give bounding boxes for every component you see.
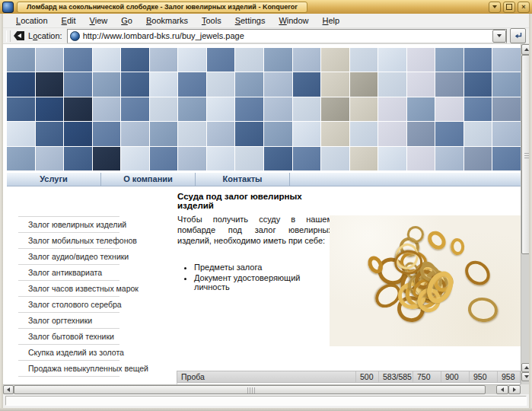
banner-tile <box>321 147 349 170</box>
banner-tile <box>178 122 206 145</box>
banner-tile <box>350 122 378 145</box>
site-nav-item-2[interactable]: Контакты <box>196 173 290 186</box>
close-button[interactable]: × <box>518 2 530 13</box>
gold-ring <box>460 256 495 290</box>
sidebar-menu: Залог ювелирных изделийЗалог мобильных т… <box>18 216 119 377</box>
banner-tile <box>121 122 149 145</box>
clear-location-icon[interactable] <box>14 31 24 40</box>
banner-tile <box>492 48 521 72</box>
banner-tile <box>293 97 321 121</box>
banner-tile <box>207 97 235 121</box>
banner-tile <box>36 48 64 72</box>
menu-item-tools[interactable]: Tools <box>195 14 228 27</box>
banner-tile <box>264 72 292 96</box>
menu-item-go[interactable]: Go <box>114 14 139 27</box>
window-title: Ломбард на сокольнической слободке - Зал… <box>17 2 307 13</box>
gold-rings-photo <box>330 215 521 346</box>
sidebar-item-7[interactable]: Залог бытовой техники <box>18 329 119 345</box>
menu-item-settings[interactable]: Settings <box>228 14 272 27</box>
site-nav: УслугиО компанииКонтакты <box>7 173 521 186</box>
banner-tile <box>64 122 92 145</box>
banner-tile <box>464 147 492 170</box>
banner-tile <box>321 72 349 96</box>
banner-tile <box>378 122 406 145</box>
banner-tile <box>64 97 92 121</box>
banner-tile <box>293 122 321 145</box>
sidebar-item-6[interactable]: Залог оргтехники <box>18 313 119 329</box>
horizontal-scrollbar-thumb[interactable] <box>14 385 486 394</box>
menu-bar: LocationEditViewGoBookmarksToolsSettings… <box>3 14 529 28</box>
maximize-button[interactable] <box>503 2 515 13</box>
minimize-icon <box>492 5 497 8</box>
page-favicon-icon <box>70 31 80 41</box>
menu-item-view[interactable]: View <box>83 14 115 27</box>
banner-tile <box>64 48 92 72</box>
sidebar-item-2[interactable]: Залог аудио/видео техники <box>18 249 119 265</box>
banner-tile <box>264 147 292 170</box>
window-frame-bottom <box>0 408 532 411</box>
banner-tile <box>150 72 178 96</box>
location-dropdown-button[interactable] <box>492 30 506 43</box>
sidebar-item-3[interactable]: Залог антиквариата <box>18 265 119 281</box>
scroll-left-button-right[interactable] <box>496 385 508 394</box>
banner-tile <box>93 147 121 170</box>
konqueror-window: Ломбард на сокольнической слободке - Зал… <box>0 0 532 411</box>
maximize-icon <box>506 4 512 10</box>
chevron-down-icon <box>497 34 502 37</box>
banner-tile <box>207 48 235 72</box>
banner-tile <box>93 72 121 96</box>
location-url[interactable]: http://www.lombard-bks.ru/buy_jewels.pag… <box>83 31 492 40</box>
banner-tile <box>435 97 464 121</box>
banner-tile <box>93 97 121 121</box>
location-input[interactable]: http://www.lombard-bks.ru/buy_jewels.pag… <box>67 29 507 43</box>
menu-item-help[interactable]: Help <box>316 14 347 27</box>
toolbar-handle[interactable] <box>6 30 11 42</box>
site-nav-item-0[interactable]: Услуги <box>7 173 101 186</box>
minimize-button[interactable] <box>489 2 501 13</box>
banner-tile <box>378 72 406 96</box>
sidebar-item-1[interactable]: Залог мобильных телефонов <box>18 233 119 249</box>
window-app-icon[interactable] <box>2 2 14 13</box>
banner-tile <box>350 147 378 170</box>
banner-tile <box>321 48 349 72</box>
menu-item-window[interactable]: Window <box>272 14 315 27</box>
sidebar-item-8[interactable]: Скупка изделий из золота <box>18 345 119 361</box>
scroll-right-button[interactable] <box>508 385 521 394</box>
banner-mosaic <box>7 48 521 170</box>
sidebar-item-5[interactable]: Залог столового серебра <box>18 297 119 313</box>
menu-item-edit[interactable]: Edit <box>55 14 83 27</box>
banner-tile <box>464 97 492 121</box>
banner-tile <box>207 72 235 96</box>
banner-tile <box>350 48 378 72</box>
title-bar[interactable]: Ломбард на сокольнической слободке - Зал… <box>0 0 532 14</box>
horizontal-scrollbar[interactable] <box>3 384 521 394</box>
enter-arrow-icon <box>514 31 523 40</box>
sidebar-item-0[interactable]: Залог ювелирных изделий <box>18 217 119 233</box>
location-label: Location: <box>28 31 62 40</box>
go-button[interactable] <box>510 28 526 43</box>
banner-tile <box>264 48 292 72</box>
banner-tile <box>150 122 178 145</box>
scroll-left-button[interactable] <box>3 385 14 394</box>
site-nav-item-1[interactable]: О компании <box>101 173 196 186</box>
banner-tile <box>93 122 121 145</box>
sidebar-item-9[interactable]: Продажа невыкупленных вещей <box>18 361 119 377</box>
banner-tile <box>150 97 178 121</box>
status-bar <box>3 394 529 408</box>
banner-tile <box>464 122 492 145</box>
gold-ring <box>467 295 500 323</box>
banner-tile <box>178 48 206 72</box>
banner-tile <box>435 147 464 170</box>
menu-item-bookmarks[interactable]: Bookmarks <box>139 14 195 27</box>
table-header-cell-6: 958 <box>498 371 520 382</box>
window-frame-right <box>529 14 532 411</box>
banner-tile <box>235 48 263 72</box>
gold-ring <box>450 237 465 256</box>
banner-tile <box>378 147 406 170</box>
banner-tile <box>321 122 349 145</box>
banner-tile <box>207 122 235 145</box>
menu-item-location[interactable]: Location <box>9 14 55 27</box>
price-table: Проба500583/585750900950958 <box>177 371 521 384</box>
sidebar-item-4[interactable]: Залог часов известных марок <box>18 281 119 297</box>
banner-tile <box>235 147 263 170</box>
